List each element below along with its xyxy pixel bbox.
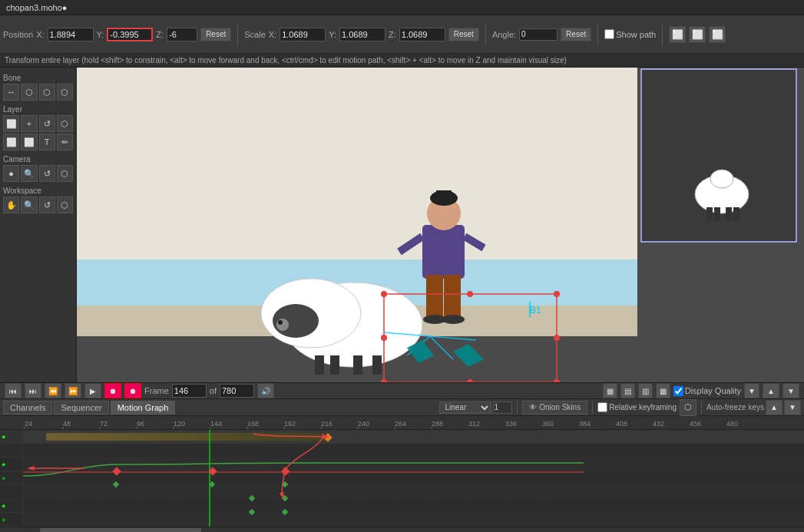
frame-number-input[interactable] [172,384,207,398]
svg-text:24: 24 [25,420,32,428]
icon-btn-2[interactable]: ⬜ [689,26,706,43]
icon-btn-1[interactable]: ⬜ [669,26,686,43]
svg-point-41 [467,379,473,382]
icon-btn-3[interactable]: ⬜ [709,26,726,43]
relative-keyframing-label[interactable]: Relative keyframing [597,402,677,412]
view-mode-2[interactable]: ▤ [620,383,635,398]
scale-y-input[interactable] [339,28,385,41]
svg-rect-26 [444,275,461,317]
tab-sequencer[interactable]: Sequencer [54,401,108,415]
layer-tool-1[interactable]: ⬜ [3,115,19,132]
timeline-value-input[interactable] [493,401,512,414]
tab-motion-graph[interactable]: Motion Graph [111,401,176,415]
position-z-input[interactable] [167,28,197,41]
display-quality-dropdown[interactable]: ▼ [744,383,759,398]
svg-text:312: 312 [468,420,480,428]
y-axis-label: Y: [97,30,104,39]
expand-up-button[interactable]: ▲ [763,383,779,398]
next-frame-button[interactable]: ⏩ [65,383,81,398]
layer-tool-2[interactable]: + [21,115,37,132]
svg-rect-81 [23,471,804,485]
showpath-checkbox[interactable] [604,29,614,39]
workspace-tool-2[interactable]: 🔍 [21,197,37,213]
layer-tools-row-2: ⬜ ⬜ T ✏ [3,134,73,150]
scale-x-input[interactable] [280,28,326,41]
camera-tools-row: ● 🔍 ↺ ⬡ [3,165,73,182]
angle-input[interactable] [519,28,558,41]
reset-position-button[interactable]: Reset [200,28,231,41]
svg-rect-16 [372,355,382,375]
svg-line-31 [430,336,453,359]
of-label: of [210,386,217,395]
layer-tool-5[interactable]: ⬜ [3,134,19,150]
svg-text:72: 72 [100,420,108,428]
layer-tool-7[interactable]: T [39,134,55,150]
svg-text:192: 192 [284,420,296,428]
left-sidebar: Bone ↔ ⬡ ⬡ ⬡ Layer ⬜ + ↺ ⬡ ⬜ ⬜ T ✏ Camer… [0,68,77,382]
svg-point-17 [276,319,289,331]
onion-skins-btn[interactable]: 👁 Onion Skins [522,401,587,415]
bone-tool-1[interactable]: ↔ [3,84,19,101]
reset-angle-button[interactable]: Reset [561,28,591,41]
prev-frame-button[interactable]: ⏪ [45,383,61,398]
display-quality-checkbox[interactable] [673,386,683,396]
workspace-tool-3[interactable]: ↺ [39,197,55,213]
svg-text:168: 168 [247,420,259,428]
scale-label: Scale [244,30,266,39]
ruler-svg: 24 48 72 96 120 144 168 192 216 240 264 … [23,416,804,430]
main-area: Bone ↔ ⬡ ⬡ ⬡ Layer ⬜ + ↺ ⬡ ⬜ ⬜ T ✏ Camer… [0,68,804,382]
layer-tool-6[interactable]: ⬜ [21,134,37,150]
go-start-button[interactable]: ⏮ [5,383,22,398]
record2-button[interactable]: ⏺ [124,383,141,398]
layer-tool-3[interactable]: ↺ [39,115,55,132]
camera-tool-4[interactable]: ⬡ [57,165,73,182]
interpolation-dropdown[interactable]: Linear Smooth Ease In Ease Out Constant [439,401,491,414]
view-mode-1[interactable]: ▦ [603,383,617,398]
position-y-input[interactable] [107,28,153,41]
timeline-scrollbar[interactable] [0,527,804,532]
position-x-input[interactable] [48,28,94,41]
scale-z-input[interactable] [399,28,445,41]
view-mode-4[interactable]: ▦ [656,383,670,398]
workspace-section-title: Workspace [3,187,73,195]
expand-down-button[interactable]: ▼ [782,383,799,398]
svg-line-30 [430,336,476,340]
timeline-content: ● ● ● ● ● [0,416,804,527]
track-labels: ● ● ● ● ● [0,416,23,527]
camera-tool-2[interactable]: 🔍 [21,165,37,182]
layer-tool-8[interactable]: ✏ [57,134,73,150]
relative-keyframing-icon[interactable]: ⬡ [680,399,696,416]
total-frames-input[interactable] [220,384,254,398]
relative-keyframing-checkbox[interactable] [597,402,607,412]
workspace-tools-row: ✋ 🔍 ↺ ⬡ [3,197,73,213]
svg-rect-82 [23,485,804,499]
play-button[interactable]: ▶ [84,383,101,398]
showpath-checkbox-label[interactable]: Show path [604,29,656,39]
modified-indicator: ● [62,3,68,12]
reset-scale-button[interactable]: Reset [448,28,479,41]
camera-tool-1[interactable]: ● [3,165,19,182]
workspace-tool-1[interactable]: ✋ [3,197,19,213]
tab-channels[interactable]: Channels [3,401,52,415]
auto-freeze-label: Auto-freeze keys [706,403,764,411]
expand-timeline-down[interactable]: ▼ [784,400,801,415]
svg-text:240: 240 [358,420,369,428]
scrollbar-thumb[interactable] [40,528,200,532]
display-quality-label[interactable]: Display Quality [673,386,741,396]
volume-button[interactable]: 🔊 [257,383,274,398]
layer-tool-4[interactable]: ⬡ [57,115,73,132]
separator-4 [662,23,663,46]
expand-timeline-up[interactable]: ▲ [766,400,782,415]
x-axis-label: X: [36,30,44,39]
camera-tool-3[interactable]: ↺ [39,165,55,182]
svg-rect-79 [23,444,804,458]
bone-tool-4[interactable]: ⬡ [57,84,73,101]
svg-text:96: 96 [137,420,144,428]
record-button[interactable]: ⏺ [104,383,121,398]
svg-rect-9 [733,207,739,221]
go-end-button[interactable]: ⏭ [25,383,41,398]
view-mode-3[interactable]: ▥ [638,383,653,398]
bone-tool-3[interactable]: ⬡ [39,84,55,101]
bone-tool-2[interactable]: ⬡ [21,84,37,101]
workspace-tool-4[interactable]: ⬡ [57,197,73,213]
